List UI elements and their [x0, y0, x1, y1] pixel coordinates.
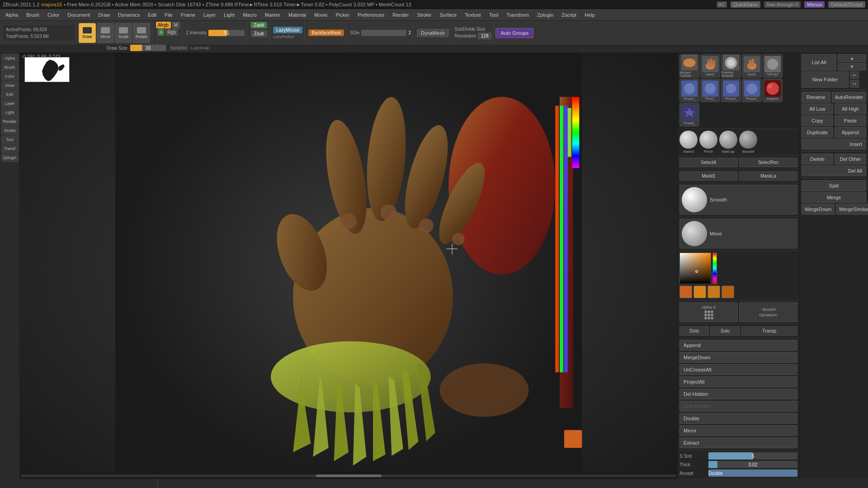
del-other-btn[interactable]: Del Other [835, 154, 866, 164]
double-action-btn[interactable]: Double [708, 469, 797, 477]
zadd-btn[interactable]: Zadd [250, 22, 267, 28]
del-all-btn[interactable]: Del All [802, 165, 866, 176]
merge-btn[interactable]: Merge [802, 192, 866, 203]
menu-layer[interactable]: Layer [200, 11, 220, 19]
pinch-sphere[interactable] [699, 131, 717, 149]
matcap-sphere[interactable] [719, 131, 737, 149]
menu-marker[interactable]: Marker [261, 11, 284, 19]
slash3-sphere[interactable] [679, 131, 698, 149]
left-tool-8[interactable]: Render [1, 117, 19, 126]
draw-size-slider[interactable]: 33 [130, 45, 166, 51]
menu-help[interactable]: Help [581, 11, 599, 19]
new-folder-btn[interactable]: New Folder [802, 71, 849, 88]
double-btn[interactable]: Double [679, 413, 797, 424]
z-intensity-slider[interactable]: 51 [208, 30, 245, 36]
un-crease-all-btn[interactable]: UnCreaseAll [679, 364, 797, 375]
sdiv-slider[interactable] [361, 30, 406, 36]
menu-preferences[interactable]: Preferences [354, 11, 388, 19]
menu-picker[interactable]: Picker [332, 11, 353, 19]
preset-hand1b[interactable]: hand1 [742, 54, 762, 78]
append-btn[interactable]: Append [835, 127, 866, 138]
dots-btn[interactable]: Dots [679, 326, 709, 336]
swatch-orange4[interactable] [722, 286, 734, 298]
menu-zplugin[interactable]: Zplugin [533, 11, 557, 19]
left-tool-1[interactable]: Alpha [1, 54, 19, 62]
delete-btn[interactable]: Delete [802, 154, 833, 164]
preset-tpose1[interactable]: TPose1_ [679, 79, 699, 102]
solo-btn[interactable]: Solo [710, 326, 740, 336]
folder-down-btn[interactable]: ▼ [838, 63, 866, 70]
left-tool-11[interactable]: Transf [1, 145, 19, 153]
paste-btn[interactable]: Paste [835, 115, 866, 126]
menu-material[interactable]: Material [285, 11, 310, 19]
select-rec-btn[interactable]: SelectRec [739, 158, 797, 167]
mirror-btn[interactable]: Mirror [679, 425, 797, 436]
rgb-btn[interactable]: Rgb [165, 29, 178, 36]
project-all-btn[interactable]: ProjectAll [679, 376, 797, 387]
brush-hash-btn[interactable]: ~Brush# Dynasync [739, 302, 797, 322]
rotate-btn[interactable]: Rotate [133, 23, 150, 43]
left-tool-12[interactable]: Zplugin [1, 154, 19, 162]
maskla-btn[interactable]: MaskLa [739, 171, 797, 181]
menu-brush[interactable]: Brush [23, 11, 43, 19]
append-op-btn[interactable]: Append [679, 340, 797, 351]
swatch-orange3[interactable] [708, 286, 720, 298]
nf-up-btn[interactable]: ↩ [850, 71, 859, 79]
menu-zscript[interactable]: Zscript [558, 11, 580, 19]
auto-groups-btn[interactable]: Auto Groups [495, 28, 533, 38]
backface-mask-btn[interactable]: BackfaceMask [308, 29, 344, 36]
thick-slider[interactable]: 0.02 [708, 461, 797, 468]
menu-transform[interactable]: Transform [503, 11, 533, 19]
list-all-btn[interactable]: List All [802, 54, 836, 70]
left-tool-6[interactable]: Layer [1, 99, 19, 108]
color-hue-bar[interactable] [712, 253, 717, 284]
swatch-orange2[interactable] [693, 286, 706, 298]
left-tool-7[interactable]: Light [1, 108, 19, 117]
scale-btn[interactable]: Scale [115, 23, 132, 43]
preset-hand1a[interactable]: hand1 [700, 54, 720, 78]
dynamic-label[interactable]: Dynamic [169, 45, 189, 51]
left-tool-3[interactable]: Color [1, 72, 19, 80]
preset-tpose5[interactable]: TPose5_ [679, 103, 699, 127]
left-tool-4[interactable]: Draw [1, 81, 19, 89]
preset-tpose3[interactable]: TPose3_ [721, 79, 741, 102]
move-btn[interactable]: Move [679, 219, 797, 249]
menu-dynamics[interactable]: Dynamics [114, 11, 143, 19]
duplicate-btn[interactable]: Duplicate [802, 127, 833, 138]
menu-tool[interactable]: Tool [486, 11, 502, 19]
m-btn[interactable]: M [172, 22, 180, 28]
see-through-control[interactable]: See-through 0 [764, 1, 801, 8]
ssmt-slider[interactable]: 5 [708, 452, 797, 460]
preset-tmpoly[interactable]: TMPolyT [763, 54, 783, 78]
merge-down-btn[interactable]: MergeDown [802, 204, 835, 215]
menu-texture[interactable]: Texture [461, 11, 485, 19]
menu-render[interactable]: Render [389, 11, 412, 19]
left-tool-5[interactable]: Edit [1, 90, 19, 99]
rename-btn[interactable]: Rename [802, 92, 830, 103]
a-btn[interactable]: A [158, 29, 164, 36]
menu-draw[interactable]: Draw [94, 11, 113, 19]
zsub-btn[interactable]: Zsub [251, 30, 267, 37]
preset-zsphere[interactable]: ZSphere [763, 79, 783, 102]
menu-stroke[interactable]: Stroke [413, 11, 435, 19]
dyna-mesh-btn[interactable]: DynaMesh [417, 29, 449, 37]
nf-down-btn[interactable]: ↪ [850, 80, 859, 88]
alpha-o-btn[interactable]: Alpha O [679, 302, 738, 322]
left-tool-2[interactable]: Brush [1, 63, 19, 71]
menus-btn[interactable]: Menus [804, 1, 825, 8]
copy-btn[interactable]: Copy [802, 115, 833, 126]
menu-alpha[interactable]: Alpha [2, 11, 22, 19]
smooth-btn[interactable]: Smooth [679, 185, 797, 215]
color-gradient-picker[interactable] [679, 253, 711, 284]
resolution-value[interactable]: 128 [478, 33, 492, 39]
left-tool-10[interactable]: Tool [1, 136, 19, 144]
menu-frame[interactable]: Frame [177, 11, 199, 19]
left-tool-9[interactable]: Stroke [1, 127, 19, 135]
split-btn[interactable]: Split [802, 180, 866, 191]
preset-merged-cylinder[interactable]: Merged Cylinder [679, 54, 699, 78]
draw-btn[interactable]: Draw [79, 23, 96, 43]
merge-similar-btn[interactable]: MergeSimilar [836, 204, 868, 215]
lazy-mouse-btn[interactable]: LazyMouse [273, 27, 302, 33]
menu-movie[interactable]: Movie [311, 11, 331, 19]
menu-file[interactable]: File [161, 11, 176, 19]
